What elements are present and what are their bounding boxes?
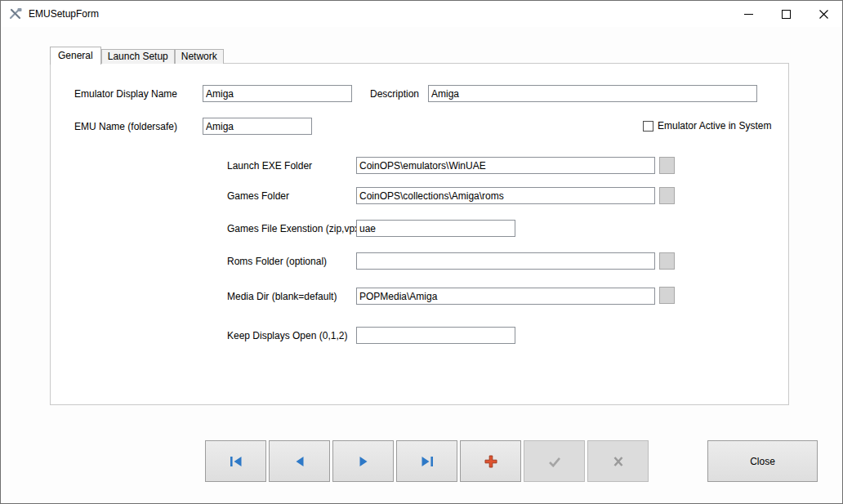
maximize-icon <box>782 10 791 19</box>
titlebar[interactable]: EMUSetupForm <box>1 1 842 27</box>
roms-folder-browse-button[interactable] <box>659 252 675 270</box>
tab-launch-setup[interactable]: Launch Setup <box>101 49 175 64</box>
window-controls <box>729 1 842 27</box>
minimize-icon <box>744 10 753 19</box>
app-icon <box>8 7 23 20</box>
check-icon <box>547 456 562 467</box>
tab-general[interactable]: General <box>50 47 101 65</box>
description-label: Description <box>370 88 419 100</box>
launch-exe-input[interactable] <box>356 157 655 174</box>
games-folder-browse-button[interactable] <box>659 187 675 204</box>
window-title: EMUSetupForm <box>29 8 99 20</box>
add-icon <box>484 455 497 468</box>
move-last-button[interactable] <box>396 440 457 482</box>
display-name-input[interactable] <box>203 85 352 102</box>
close-window-button[interactable] <box>805 1 842 27</box>
add-new-button[interactable] <box>460 440 521 482</box>
record-navigator <box>205 440 649 482</box>
media-dir-input[interactable] <box>356 288 655 305</box>
games-ext-input[interactable] <box>356 220 515 237</box>
x-icon <box>612 456 625 467</box>
games-ext-label: Games File Exenstion (zip,vpx) <box>227 223 363 234</box>
emu-setup-window: EMUSetupForm General Launch Setup Networ… <box>0 0 843 504</box>
keep-displays-label: Keep Displays Open (0,1,2) <box>227 330 347 341</box>
close-icon <box>819 10 828 19</box>
roms-folder-label: Roms Folder (optional) <box>227 256 327 267</box>
move-next-icon <box>356 456 371 467</box>
maximize-button[interactable] <box>767 1 805 27</box>
emu-name-input[interactable] <box>203 118 312 135</box>
move-first-icon <box>229 456 243 467</box>
description-input[interactable] <box>428 85 757 102</box>
roms-folder-input[interactable] <box>356 252 655 270</box>
minimize-button[interactable] <box>729 1 767 27</box>
games-folder-input[interactable] <box>356 187 655 204</box>
move-previous-icon <box>292 456 307 467</box>
delete-button[interactable] <box>587 440 649 482</box>
save-button[interactable] <box>524 440 585 482</box>
display-name-label: Emulator Display Name <box>74 88 177 100</box>
move-previous-button[interactable] <box>269 440 330 482</box>
emulator-active-checkbox[interactable] <box>643 121 653 132</box>
media-dir-browse-button[interactable] <box>659 287 675 304</box>
emulator-active-label: Emulator Active in System <box>658 120 771 132</box>
tab-network[interactable]: Network <box>175 49 224 64</box>
close-button[interactable]: Close <box>707 440 818 482</box>
move-last-icon <box>420 456 435 467</box>
move-next-button[interactable] <box>332 440 394 482</box>
games-folder-label: Games Folder <box>227 190 289 202</box>
move-first-button[interactable] <box>205 440 266 482</box>
launch-exe-label: Launch EXE Folder <box>227 160 312 172</box>
emulator-active-row[interactable]: Emulator Active in System <box>643 120 771 132</box>
media-dir-label: Media Dir (blank=default) <box>227 291 337 302</box>
keep-displays-input[interactable] <box>356 327 515 344</box>
launch-exe-browse-button[interactable] <box>659 157 675 174</box>
tab-strip: General Launch Setup Network <box>50 46 224 64</box>
emu-name-label: EMU Name (foldersafe) <box>74 121 177 132</box>
